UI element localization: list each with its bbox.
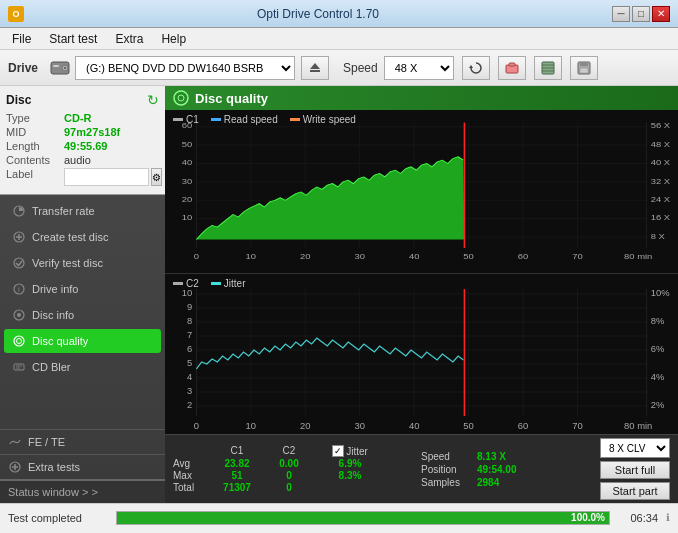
disc-settings-button[interactable]: ⚙	[151, 168, 162, 186]
stats-avg-row: Avg 23.82 0.00 6.9%	[173, 458, 385, 469]
menu-start-test[interactable]: Start test	[41, 30, 105, 48]
status-window-button[interactable]: Status window > >	[0, 479, 165, 503]
sidebar-item-fe-te[interactable]: FE / TE	[0, 429, 165, 454]
svg-text:10: 10	[246, 421, 256, 431]
svg-text:32 X: 32 X	[651, 176, 671, 185]
disc-title: Disc	[6, 93, 31, 107]
disc-label-input[interactable]	[64, 168, 149, 186]
upper-chart: C1 Read speed Write speed	[165, 110, 678, 274]
drive-label: Drive	[8, 61, 43, 75]
drive-bar: Drive (G:) BENQ DVD DD DW1640 BSRB Speed…	[0, 50, 678, 86]
menu-extra[interactable]: Extra	[107, 30, 151, 48]
sidebar-menu: Transfer rate Create test disc Verify te…	[0, 195, 165, 429]
speed-value: 8.13 X	[477, 451, 506, 462]
legend-jitter-color	[211, 282, 221, 285]
sidebar-item-drive-info[interactable]: i Drive info	[4, 277, 161, 301]
svg-rect-8	[509, 63, 515, 66]
svg-text:0: 0	[194, 421, 199, 431]
stats-max-c2: 0	[263, 470, 315, 481]
svg-rect-15	[580, 68, 588, 73]
svg-point-34	[178, 95, 184, 101]
svg-text:16 X: 16 X	[651, 213, 671, 222]
legend-write-speed-color	[290, 118, 300, 121]
status-text: Test completed	[8, 512, 108, 524]
sidebar-item-extra-tests[interactable]: Extra tests	[0, 454, 165, 479]
samples-row: Samples 2984	[421, 477, 516, 488]
svg-marker-4	[310, 63, 320, 69]
jitter-checkbox[interactable]: ✓	[332, 445, 344, 457]
close-button[interactable]: ✕	[652, 6, 670, 22]
sidebar-item-cd-bler[interactable]: CD Bler	[4, 355, 161, 379]
disc-header: Disc ↻	[6, 92, 159, 108]
sidebar-item-create-test-disc[interactable]: Create test disc	[4, 225, 161, 249]
window-controls: ─ □ ✕	[612, 6, 670, 22]
drive-info-icon: i	[12, 282, 26, 296]
svg-rect-5	[310, 70, 320, 72]
lower-chart-svg: 10 9 8 7 6 5 4 3 2 10% 8% 6% 4% 2%	[165, 274, 678, 434]
svg-point-25	[14, 336, 24, 346]
drive-select[interactable]: (G:) BENQ DVD DD DW1640 BSRB	[75, 56, 295, 80]
stats-total-label: Total	[173, 482, 211, 493]
sidebar-label-drive-info: Drive info	[32, 283, 78, 295]
samples-label: Samples	[421, 477, 471, 488]
stats-max-label: Max	[173, 470, 211, 481]
svg-text:4%: 4%	[651, 372, 665, 382]
start-part-button[interactable]: Start part	[600, 482, 670, 500]
menu-file[interactable]: File	[4, 30, 39, 48]
sidebar-item-verify-test-disc[interactable]: Verify test disc	[4, 251, 161, 275]
svg-text:0: 0	[194, 252, 200, 261]
disc-length-row: Length 49:55.69	[6, 140, 159, 152]
svg-text:8%: 8%	[651, 316, 665, 326]
verify-test-disc-icon	[12, 256, 26, 270]
disc-contents-label: Contents	[6, 154, 64, 166]
sidebar-bottom: FE / TE Extra tests Status window > >	[0, 429, 165, 503]
settings-icon	[541, 61, 555, 75]
svg-text:30: 30	[354, 421, 364, 431]
drive-icon	[49, 57, 71, 79]
maximize-button[interactable]: □	[632, 6, 650, 22]
menu-help[interactable]: Help	[153, 30, 194, 48]
disc-mid-row: MID 97m27s18f	[6, 126, 159, 138]
progress-percent: 100.0%	[571, 512, 605, 523]
refresh-button[interactable]	[462, 56, 490, 80]
start-full-button[interactable]: Start full	[600, 461, 670, 479]
disc-refresh-icon[interactable]: ↻	[147, 92, 159, 108]
chart-speed-combo[interactable]: 8 X CLV	[600, 438, 670, 458]
disc-contents-value: audio	[64, 154, 91, 166]
save-icon	[577, 61, 591, 75]
legend-read-speed-color	[211, 118, 221, 121]
save-button[interactable]	[570, 56, 598, 80]
svg-text:20: 20	[300, 252, 311, 261]
erase-button[interactable]	[498, 56, 526, 80]
disc-quality-header-icon	[173, 90, 189, 106]
fe-te-icon	[8, 435, 22, 449]
legend-read-speed-text: Read speed	[224, 114, 278, 125]
sidebar-label-cd-bler: CD Bler	[32, 361, 71, 373]
minimize-button[interactable]: ─	[612, 6, 630, 22]
samples-value: 2984	[477, 477, 499, 488]
chart-buttons-section: 8 X CLV Start full Start part	[600, 438, 670, 500]
sidebar-item-disc-info[interactable]: Disc info	[4, 303, 161, 327]
settings-button[interactable]	[534, 56, 562, 80]
eject-button[interactable]	[301, 56, 329, 80]
svg-text:40: 40	[409, 421, 419, 431]
svg-text:40: 40	[182, 158, 193, 167]
legend-c2-text: C2	[186, 278, 199, 289]
refresh-icon	[469, 61, 483, 75]
svg-text:8 X: 8 X	[651, 232, 665, 241]
status-info-icon[interactable]: ℹ	[666, 512, 670, 523]
sidebar-item-disc-quality[interactable]: Disc quality	[4, 329, 161, 353]
disc-info-icon	[12, 308, 26, 322]
sidebar-label-fe-te: FE / TE	[28, 436, 65, 448]
stats-max-jitter: 8.3%	[315, 470, 385, 481]
svg-point-24	[17, 313, 21, 317]
speed-combo-row: 8 X CLV	[600, 438, 670, 458]
legend-jitter: Jitter	[211, 278, 246, 289]
svg-text:6: 6	[187, 344, 192, 354]
transfer-rate-icon	[12, 204, 26, 218]
svg-text:20: 20	[182, 195, 193, 204]
sidebar-item-transfer-rate[interactable]: Transfer rate	[4, 199, 161, 223]
svg-text:70: 70	[572, 252, 583, 261]
speed-select[interactable]: 48 X	[384, 56, 454, 80]
status-window-label: Status window > >	[8, 486, 98, 498]
